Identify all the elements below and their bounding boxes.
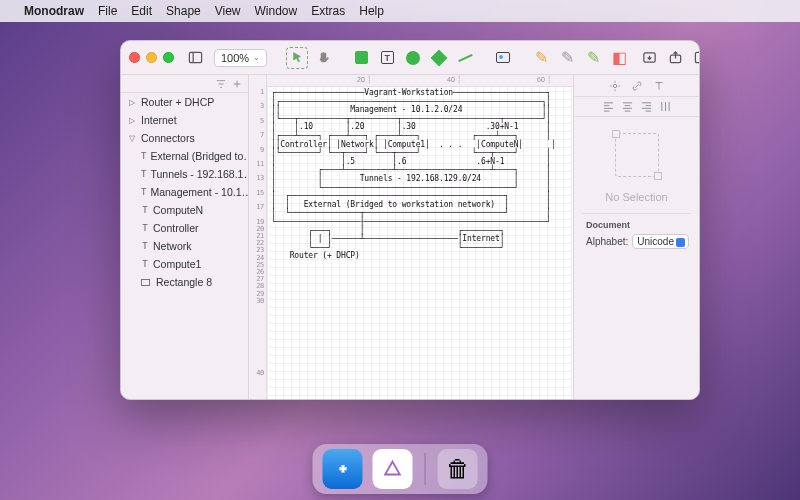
menu-file[interactable]: File [98, 4, 117, 18]
window-titlebar: 100%⌄ T ✎ ✎ ✎ ◧ [121, 41, 699, 75]
outline-item-label: Management - 10.1… [150, 186, 248, 198]
canvas-area: 1 3 5 7 9 11 13 15 17 19 20 21 22 23 24 … [249, 75, 573, 399]
dock-finder-icon[interactable]: ᛭ [323, 449, 363, 489]
zoom-value: 100% [221, 52, 249, 64]
image-tool[interactable] [492, 47, 514, 69]
pencil-tool[interactable]: ✎ [530, 47, 552, 69]
outline-item-label: Tunnels - 192.168.1… [150, 168, 248, 180]
traffic-lights [129, 52, 174, 63]
no-selection-label: No Selection [605, 191, 667, 203]
line-icon [458, 53, 472, 61]
ellipse-tool[interactable] [402, 47, 424, 69]
eraser-tool[interactable]: ◧ [608, 47, 630, 69]
dock-separator [425, 453, 426, 485]
ruler-mark: 40 ┊ [447, 76, 461, 84]
outline-item[interactable]: ▽Connectors [121, 129, 248, 147]
outline-item[interactable]: ▷Internet [121, 111, 248, 129]
text-tool[interactable]: T [376, 47, 398, 69]
menu-view[interactable]: View [215, 4, 241, 18]
select-tool[interactable] [286, 47, 308, 69]
text-tab-icon[interactable] [653, 80, 665, 92]
chevron-down-icon: ⌄ [253, 53, 260, 62]
svg-rect-0 [189, 52, 201, 62]
outline-item[interactable]: Rectangle 8 [121, 273, 248, 291]
align-center-icon[interactable] [622, 101, 633, 112]
geometry-tab-icon[interactable] [609, 80, 621, 92]
rect-tool[interactable] [350, 47, 372, 69]
inspector-toggle-button[interactable] [690, 47, 700, 69]
outline-item[interactable]: TCompute1 [121, 255, 248, 273]
diamond-tool[interactable] [428, 47, 450, 69]
outline-item-label: Controller [153, 222, 199, 234]
filter-icon[interactable] [216, 79, 226, 89]
mac-menubar: Monodraw File Edit Shape View Window Ext… [0, 0, 800, 22]
outline-item[interactable]: TTunnels - 192.168.1… [121, 165, 248, 183]
sidebar-toggle-button[interactable] [188, 47, 203, 69]
add-layer-icon[interactable] [232, 79, 242, 89]
minimize-window-button[interactable] [146, 52, 157, 63]
zoom-window-button[interactable] [163, 52, 174, 63]
svg-point-6 [613, 84, 616, 87]
ascii-diagram: ┌───────────────────Vagrant-Workstation─… [271, 89, 556, 261]
rect-icon [355, 51, 368, 64]
svg-rect-4 [695, 52, 700, 62]
outline-item-label: Compute1 [153, 258, 201, 270]
outline-item-label: Router + DHCP [141, 96, 214, 108]
outline-sidebar: ▷Router + DHCP▷Internet▽ConnectorsTExter… [121, 75, 249, 399]
outline-item[interactable]: TManagement - 10.1… [121, 183, 248, 201]
document-section-header: Document [586, 220, 687, 230]
no-selection-icon [615, 133, 659, 177]
horizontal-ruler: 20 ┊40 ┊60 ┊ [267, 75, 573, 87]
align-right-icon[interactable] [641, 101, 652, 112]
outline-item[interactable]: TNetwork [121, 237, 248, 255]
ruler-mark: 60 ┊ [537, 76, 551, 84]
outline-item-label: Network [153, 240, 192, 252]
app-name[interactable]: Monodraw [24, 4, 84, 18]
inspector-panel: No Selection Document Alphabet: Unicode [573, 75, 699, 399]
zoom-select[interactable]: 100%⌄ [214, 49, 267, 67]
sidebar-header [121, 75, 248, 93]
outline-item[interactable]: ▷Router + DHCP [121, 93, 248, 111]
outline-item-label: External (Bridged to… [150, 150, 248, 162]
dock: ᛭ 🗑 [313, 444, 488, 494]
menu-help[interactable]: Help [359, 4, 384, 18]
dock-trash-icon[interactable]: 🗑 [438, 449, 478, 489]
menu-edit[interactable]: Edit [131, 4, 152, 18]
export-button[interactable] [664, 47, 686, 69]
distribute-icon[interactable] [660, 101, 671, 112]
menu-extras[interactable]: Extras [311, 4, 345, 18]
outline-item[interactable]: TController [121, 219, 248, 237]
outline-item-label: Internet [141, 114, 177, 126]
alphabet-label: Alphabet: [586, 236, 628, 247]
ellipse-icon [406, 51, 420, 65]
outline-item[interactable]: TExternal (Bridged to… [121, 147, 248, 165]
inspector-tabs [574, 75, 699, 97]
link-tab-icon[interactable] [631, 80, 643, 92]
dock-monodraw-icon[interactable] [373, 449, 413, 489]
line-tool[interactable] [454, 47, 476, 69]
ruler-mark: 20 ┊ [357, 76, 371, 84]
diamond-icon [431, 49, 448, 66]
menu-shape[interactable]: Shape [166, 4, 201, 18]
pencil-alt-tool[interactable]: ✎ [556, 47, 578, 69]
outline-item-label: Connectors [141, 132, 195, 144]
image-icon [496, 52, 510, 63]
menu-window[interactable]: Window [255, 4, 298, 18]
outline-item-label: Rectangle 8 [156, 276, 212, 288]
alphabet-value: Unicode [637, 236, 674, 247]
inspector-subtabs [574, 97, 699, 117]
outline-item-label: ComputeN [153, 204, 203, 216]
app-window: 100%⌄ T ✎ ✎ ✎ ◧ [120, 40, 700, 400]
close-window-button[interactable] [129, 52, 140, 63]
line-gutter: 1 3 5 7 9 11 13 15 17 19 20 21 22 23 24 … [249, 75, 267, 399]
alphabet-select[interactable]: Unicode [632, 234, 689, 249]
outline-item[interactable]: TComputeN [121, 201, 248, 219]
tool-strip: T ✎ ✎ ✎ ◧ [286, 47, 700, 69]
hand-tool[interactable] [312, 47, 334, 69]
import-button[interactable] [638, 47, 660, 69]
brush-tool[interactable]: ✎ [582, 47, 604, 69]
align-left-icon[interactable] [603, 101, 614, 112]
canvas[interactable]: 20 ┊40 ┊60 ┊ ┌───────────────────Vagrant… [267, 75, 573, 399]
text-icon: T [381, 51, 394, 64]
